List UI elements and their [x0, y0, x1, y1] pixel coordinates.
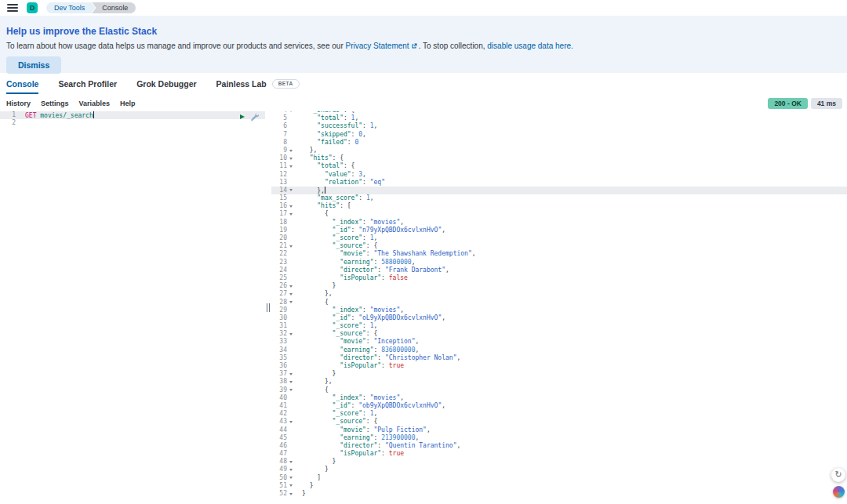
panel-resizer[interactable]	[265, 111, 271, 504]
fold-toggle-icon[interactable]	[289, 245, 293, 248]
fold-toggle-icon[interactable]	[289, 484, 293, 487]
response-line[interactable]: 44"movie": "Pulp Fiction",	[271, 426, 847, 434]
response-line[interactable]: 11"total": {	[271, 162, 847, 170]
response-line[interactable]: 38},	[271, 378, 847, 386]
response-line[interactable]: 24"director": "Frank Darabont",	[271, 267, 847, 274]
dismiss-button[interactable]: Dismiss	[6, 56, 61, 74]
response-line[interactable]: 49}	[271, 466, 847, 473]
response-line[interactable]: 32"_source": {	[271, 330, 847, 338]
code-line-text: }	[295, 490, 306, 498]
response-line[interactable]: 40"_index": "movies",	[271, 394, 847, 402]
hamburger-menu-icon[interactable]	[7, 4, 18, 12]
response-line[interactable]: 43"_source": {	[271, 418, 847, 426]
fold-gutter	[287, 179, 295, 187]
response-line[interactable]: 30"_id": "oL9yXpQBDOx6cvlxnHvO",	[271, 314, 847, 322]
fold-toggle-icon[interactable]	[289, 150, 293, 152]
fold-toggle-icon[interactable]	[289, 373, 293, 375]
response-line[interactable]: 16"hits": [	[271, 202, 847, 210]
refresh-circle-button[interactable]: ↻	[831, 468, 845, 482]
response-line[interactable]: 5"total": 1,	[271, 114, 847, 122]
fold-toggle-icon[interactable]	[289, 461, 293, 463]
response-line[interactable]: 21"_source": {	[271, 242, 847, 250]
response-line[interactable]: 23"earning": 58800000,	[271, 259, 847, 267]
response-line[interactable]: 9},	[271, 147, 847, 154]
fold-toggle-icon[interactable]	[289, 333, 293, 335]
response-line[interactable]: 10"hits": {	[271, 154, 847, 162]
request-line[interactable]: 2	[0, 119, 265, 127]
response-line[interactable]: 42"_score": 1,	[271, 410, 847, 418]
response-line[interactable]: 28{	[271, 299, 847, 306]
menu-history[interactable]: History	[6, 100, 31, 107]
fold-gutter	[287, 147, 295, 154]
response-line[interactable]: 13"relation": "eq"	[271, 179, 847, 187]
response-line[interactable]: 26}	[271, 282, 847, 290]
response-line[interactable]: 36"isPopular": true	[271, 362, 847, 370]
send-request-play-icon[interactable]	[240, 114, 245, 119]
request-line[interactable]: 1GET movies/_search	[0, 111, 265, 119]
response-line[interactable]: 7"skipped": 0,	[271, 131, 847, 139]
tab-console[interactable]: Console	[6, 73, 38, 95]
privacy-statement-link[interactable]: Privacy Statement	[346, 42, 409, 50]
response-line[interactable]: 46"director": "Quentin Tarantino",	[271, 442, 847, 450]
extension-badge-icon[interactable]	[833, 486, 845, 498]
code-line-text: {	[295, 386, 329, 394]
response-line[interactable]: 15"max_score": 1,	[271, 194, 847, 202]
tab-search-profiler[interactable]: Search Profiler	[58, 73, 117, 95]
code-line-text: }	[295, 466, 329, 473]
fold-toggle-icon[interactable]	[289, 477, 293, 479]
fold-gutter	[287, 242, 295, 250]
response-line[interactable]: 31"_score": 1,	[271, 322, 847, 330]
response-line[interactable]: 22"movie": "The Shawshank Redemption",	[271, 250, 847, 258]
response-line[interactable]: 14},	[271, 187, 847, 194]
response-line[interactable]: 25"isPopular": false	[271, 274, 847, 282]
response-line[interactable]: 34"earning": 836800000,	[271, 346, 847, 354]
space-avatar[interactable]: D	[27, 2, 38, 13]
response-line[interactable]: 48}	[271, 458, 847, 466]
breadcrumb-console[interactable]: Console	[92, 2, 136, 13]
response-line[interactable]: 20"_score": 1,	[271, 234, 847, 242]
response-line[interactable]: 37}	[271, 370, 847, 378]
fold-toggle-icon[interactable]	[289, 285, 293, 288]
menu-help[interactable]: Help	[120, 100, 136, 107]
fold-toggle-icon[interactable]	[289, 111, 293, 112]
tab-painless-lab[interactable]: Painless LabBETA	[216, 73, 300, 95]
response-line[interactable]: 45"earning": 213900000,	[271, 434, 847, 442]
breadcrumb-dev-tools[interactable]: Dev Tools	[46, 2, 95, 13]
response-line[interactable]: 8"failed": 0	[271, 139, 847, 147]
response-line[interactable]: 41"_id": "ob9yXpQBDOx6cvlxnHvO",	[271, 402, 847, 410]
fold-toggle-icon[interactable]	[289, 189, 293, 191]
fold-toggle-icon[interactable]	[289, 293, 293, 296]
response-line[interactable]: 50]	[271, 474, 847, 482]
response-line[interactable]: 29"_index": "movies",	[271, 306, 847, 314]
fold-toggle-icon[interactable]	[289, 213, 293, 216]
response-line[interactable]: 35"director": "Christopher Nolan",	[271, 354, 847, 362]
response-line[interactable]: 51}	[271, 482, 847, 490]
code-line-text: "hits": [	[295, 202, 351, 210]
fold-toggle-icon[interactable]	[289, 205, 293, 208]
fold-toggle-icon[interactable]	[289, 469, 293, 471]
fold-toggle-icon[interactable]	[289, 381, 293, 383]
response-line[interactable]: 33"movie": "Inception",	[271, 338, 847, 346]
response-line[interactable]: 27},	[271, 290, 847, 298]
fold-toggle-icon[interactable]	[289, 165, 293, 168]
fold-toggle-icon[interactable]	[289, 301, 293, 303]
response-line[interactable]: 12"value": 3,	[271, 171, 847, 179]
request-options-wrench-icon[interactable]	[250, 113, 259, 121]
menu-settings[interactable]: Settings	[41, 100, 69, 107]
tab-grok-debugger[interactable]: Grok Debugger	[136, 73, 196, 95]
response-line[interactable]: 52}	[271, 490, 847, 498]
fold-toggle-icon[interactable]	[289, 158, 293, 160]
response-line[interactable]: 19"_id": "n79yXpQBDOx6cvlxnHvO",	[271, 227, 847, 234]
disable-usage-data-link[interactable]: disable usage data here.	[487, 42, 573, 50]
fold-toggle-icon[interactable]	[289, 493, 293, 495]
response-line[interactable]: 6"successful": 1,	[271, 122, 847, 130]
response-line[interactable]: 47"isPopular": true	[271, 450, 847, 458]
response-line[interactable]: 18"_index": "movies",	[271, 219, 847, 227]
fold-toggle-icon[interactable]	[289, 389, 293, 391]
response-viewer[interactable]: 4"_shards": {5"total": 1,6"successful": …	[271, 111, 847, 504]
request-editor[interactable]: 1GET movies/_search2	[0, 111, 265, 504]
response-line[interactable]: 39{	[271, 386, 847, 394]
menu-variables[interactable]: Variables	[79, 100, 111, 107]
fold-toggle-icon[interactable]	[289, 421, 293, 423]
response-line[interactable]: 17{	[271, 210, 847, 218]
